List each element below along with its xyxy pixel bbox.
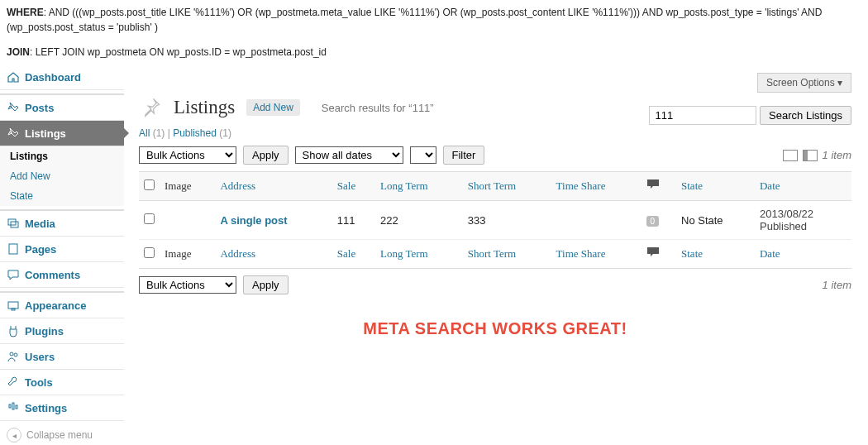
sidebar-item-tools[interactable]: Tools <box>0 370 124 395</box>
item-count: 1 item <box>823 149 851 161</box>
col-short[interactable]: Short Term <box>463 172 551 201</box>
sidebar-item-media[interactable]: Media <box>0 209 124 237</box>
cell-state: No State <box>676 201 755 240</box>
comment-icon <box>646 179 660 190</box>
settings-icon <box>7 401 20 414</box>
svg-rect-3 <box>8 302 18 309</box>
admin-sidebar: Dashboard Posts Listings Listings Add Ne… <box>0 65 124 445</box>
listings-table: Image Address Sale Long Term Short Term … <box>139 171 851 269</box>
bulk-actions-select[interactable]: Bulk Actions <box>139 146 236 164</box>
col-date[interactable]: Date <box>755 172 851 201</box>
bulk-actions-select-bottom[interactable]: Bulk Actions <box>139 276 236 294</box>
debug-join: JOIN: LEFT JOIN wp_postmeta ON wp_posts.… <box>0 40 868 65</box>
user-icon <box>7 350 20 363</box>
cell-short: 333 <box>463 201 551 240</box>
home-icon <box>7 70 20 84</box>
comment-icon <box>7 268 20 281</box>
sidebar-item-comments[interactable]: Comments <box>0 262 124 288</box>
cell-sale: 111 <box>332 201 375 240</box>
sidebar-item-users[interactable]: Users <box>0 344 124 370</box>
cell-time <box>551 201 641 240</box>
add-new-button[interactable]: Add New <box>246 99 300 116</box>
sidebar-item-listings[interactable]: Listings <box>0 121 124 146</box>
search-button[interactable]: Search Listings <box>760 106 851 125</box>
svg-rect-2 <box>9 244 17 254</box>
search-input[interactable] <box>649 106 756 125</box>
tool-icon <box>7 376 20 389</box>
sidebar-item-settings[interactable]: Settings <box>0 395 124 421</box>
filter-all[interactable]: All <box>139 127 150 139</box>
sidebar-item-appearance[interactable]: Appearance <box>0 291 124 318</box>
banner-text: META SEARCH WORKS GREAT! <box>139 319 851 338</box>
sidebar-item-plugins[interactable]: Plugins <box>0 318 124 344</box>
svg-rect-9 <box>16 405 17 409</box>
status-links: All (1) | Published (1) <box>139 127 851 139</box>
svg-rect-4 <box>12 309 15 310</box>
sidebar-submenu: Listings Add New State <box>0 146 124 206</box>
apply-button[interactable]: Apply <box>243 146 289 165</box>
submenu-add-new[interactable]: Add New <box>0 166 124 186</box>
col-comments[interactable] <box>641 172 676 201</box>
collapse-menu[interactable]: ◂ Collapse menu <box>0 421 124 445</box>
svg-point-5 <box>10 352 13 356</box>
submenu-listings[interactable]: Listings <box>0 146 124 166</box>
col-state[interactable]: State <box>676 172 755 201</box>
pin-icon <box>7 127 20 140</box>
col-long[interactable]: Long Term <box>375 172 463 201</box>
filter-published[interactable]: Published <box>173 127 217 139</box>
col-address[interactable]: Address <box>215 172 331 201</box>
svg-point-6 <box>14 353 17 356</box>
cell-long: 222 <box>375 201 463 240</box>
search-results-label: Search results for “111” <box>322 102 434 114</box>
view-list-icon[interactable] <box>783 150 798 161</box>
appearance-icon <box>7 299 20 312</box>
item-count-bottom: 1 item <box>823 279 851 291</box>
apply-button-bottom[interactable]: Apply <box>243 275 289 294</box>
debug-where: WHERE: AND (((wp_posts.post_title LIKE '… <box>0 0 868 40</box>
sidebar-item-dashboard[interactable]: Dashboard <box>0 65 124 90</box>
row-checkbox[interactable] <box>144 213 155 224</box>
sidebar-item-posts[interactable]: Posts <box>0 93 124 121</box>
select-all-checkbox[interactable] <box>144 179 155 190</box>
cell-date: 2013/08/22 Published <box>755 201 851 240</box>
dates-select[interactable]: Show all dates <box>295 146 403 164</box>
table-row: A single post 111 222 333 0 No State 201… <box>139 201 851 240</box>
pin-icon <box>7 101 20 114</box>
comment-icon <box>646 246 660 258</box>
search-box: Search Listings <box>649 106 851 125</box>
svg-rect-8 <box>12 403 14 409</box>
col-sale[interactable]: Sale <box>332 172 375 201</box>
submenu-state[interactable]: State <box>0 186 124 206</box>
plugin-icon <box>7 324 20 337</box>
col-time[interactable]: Time Share <box>551 172 641 201</box>
sidebar-item-pages[interactable]: Pages <box>0 237 124 262</box>
filter-button[interactable]: Filter <box>443 146 485 165</box>
media-icon <box>7 217 20 230</box>
collapse-icon: ◂ <box>7 428 21 443</box>
screen-options-button[interactable]: Screen Options ▾ <box>757 73 851 93</box>
comment-count[interactable]: 0 <box>646 216 660 227</box>
col-image: Image <box>160 172 215 201</box>
page-title: Listings <box>174 97 235 118</box>
svg-rect-7 <box>9 404 11 408</box>
select-all-checkbox-bottom[interactable] <box>144 247 155 258</box>
row-title-link[interactable]: A single post <box>220 214 287 227</box>
view-excerpt-icon[interactable] <box>803 150 818 161</box>
pushpin-icon <box>139 96 162 119</box>
extra-select[interactable] <box>410 146 436 164</box>
page-icon <box>7 242 20 256</box>
